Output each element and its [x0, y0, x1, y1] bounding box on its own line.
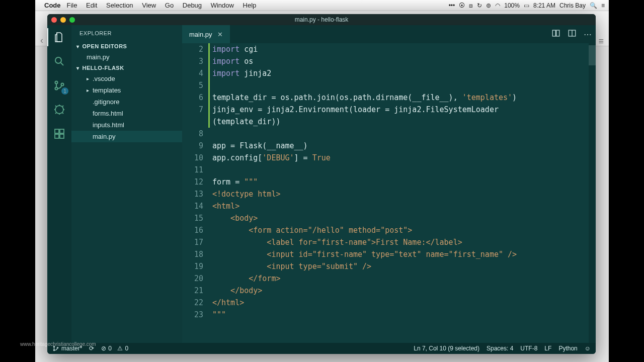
- source-control-icon[interactable]: 1: [52, 78, 66, 93]
- open-editors-header[interactable]: ▾ OPEN EDITORS: [71, 41, 182, 51]
- code-line[interactable]: [212, 79, 589, 92]
- file-item[interactable]: forms.html: [71, 108, 182, 119]
- warning-icon: ⚠: [117, 345, 123, 352]
- cursor-position[interactable]: Ln 7, Col 10 (9 selected): [414, 345, 479, 352]
- feedback-icon[interactable]: ☺: [585, 345, 591, 352]
- folder-item[interactable]: ▸templates: [71, 84, 182, 96]
- folder-header[interactable]: ▾ HELLO-FLASK: [71, 63, 182, 73]
- menubar-app-name[interactable]: Code: [44, 2, 61, 9]
- watermark: www.heritagechristiancollege.com: [20, 341, 96, 347]
- hamburger-icon[interactable]: ≡: [598, 36, 604, 47]
- code-line[interactable]: import os: [212, 55, 589, 67]
- git-change-indicator: [208, 43, 210, 128]
- minimap-thumb[interactable]: [589, 45, 596, 65]
- file-item[interactable]: .gitignore: [71, 96, 182, 108]
- code-content[interactable]: import cgiimport osimport jinja2template…: [208, 43, 589, 343]
- line-number: 23: [182, 309, 203, 321]
- dropbox-icon[interactable]: ⧈: [469, 2, 473, 9]
- file-label: .gitignore: [93, 98, 119, 106]
- svg-point-4: [55, 106, 63, 114]
- explorer-icon[interactable]: [52, 30, 66, 44]
- battery-icon[interactable]: ▭: [524, 2, 529, 9]
- problems[interactable]: ⊘0 ⚠0: [101, 345, 128, 352]
- svg-point-2: [55, 87, 58, 90]
- code-line[interactable]: <html>: [212, 200, 589, 212]
- line-number: 4: [182, 67, 203, 79]
- activity-bar: 1: [47, 25, 71, 343]
- file-tree: ▸.vscode▸templates.gitignoreforms.htmlin…: [71, 73, 182, 142]
- timemachine-icon[interactable]: ↻: [477, 2, 482, 9]
- menu-edit[interactable]: Edit: [86, 2, 97, 9]
- code-line[interactable]: (template_dir)): [212, 116, 589, 128]
- notification-center-icon[interactable]: ≡: [601, 2, 605, 9]
- svg-point-13: [53, 349, 54, 350]
- menu-help[interactable]: Help: [243, 2, 257, 9]
- menu-window[interactable]: Window: [211, 2, 234, 9]
- eol[interactable]: LF: [544, 345, 551, 352]
- airport-icon[interactable]: ⊚: [486, 2, 491, 9]
- code-line[interactable]: form = """: [212, 176, 589, 188]
- folder-item[interactable]: ▸.vscode: [71, 73, 182, 84]
- minimap[interactable]: [589, 43, 596, 343]
- sidebar-title: EXPLORER: [71, 25, 182, 41]
- file-item[interactable]: main.py: [71, 131, 182, 142]
- code-line[interactable]: <body>: [212, 212, 589, 224]
- wifi-icon[interactable]: ◠: [495, 2, 500, 9]
- code-line[interactable]: <form action="/hello" method="post">: [212, 224, 589, 236]
- code-line[interactable]: app.config['DEBUG'] = True: [212, 152, 589, 164]
- code-line[interactable]: <input type="submit" />: [212, 260, 589, 273]
- menu-view[interactable]: View: [142, 2, 156, 9]
- code-line[interactable]: [212, 128, 589, 140]
- editor-area: main.py ✕ ⋯ 2345678910111213141516171819…: [182, 25, 596, 343]
- menubar-extra-icon[interactable]: •••: [449, 2, 455, 9]
- debug-icon[interactable]: [52, 103, 66, 117]
- code-line[interactable]: import jinja2: [212, 67, 589, 79]
- chevron-right-icon: ▸: [87, 76, 93, 81]
- code-line[interactable]: app = Flask(__name__): [212, 140, 589, 152]
- more-actions-icon[interactable]: ⋯: [584, 30, 592, 39]
- indentation[interactable]: Spaces: 4: [487, 345, 513, 352]
- file-label: .vscode: [93, 75, 115, 82]
- chevron-down-icon: ▾: [76, 65, 79, 71]
- code-line[interactable]: <!doctype html>: [212, 188, 589, 200]
- menu-go[interactable]: Go: [165, 2, 174, 9]
- code-line[interactable]: template_dir = os.path.join(os.path.dirn…: [212, 92, 589, 104]
- titlebar[interactable]: main.py - hello-flask: [47, 14, 596, 25]
- code-line[interactable]: [212, 164, 589, 176]
- warning-count: 0: [125, 345, 128, 352]
- extensions-icon[interactable]: [52, 127, 66, 141]
- back-icon[interactable]: ‹: [40, 35, 43, 46]
- close-icon[interactable]: ✕: [217, 31, 223, 38]
- file-item[interactable]: inputs.html: [71, 119, 182, 131]
- encoding[interactable]: UTF-8: [520, 345, 537, 352]
- code-editor[interactable]: 234567891011121314151617181920212223 imp…: [182, 43, 596, 343]
- user-name[interactable]: Chris Bay: [559, 2, 586, 9]
- open-editor-item[interactable]: main.py: [71, 51, 182, 63]
- code-line[interactable]: <label for="first-name">First Name:</lab…: [212, 236, 589, 248]
- code-line[interactable]: </body>: [212, 285, 589, 297]
- mac-menubar: Code File Edit Selection View Go Debug W…: [35, 0, 609, 11]
- error-count: 0: [108, 345, 112, 352]
- line-number: 2: [182, 43, 203, 55]
- line-number-gutter: 234567891011121314151617181920212223: [182, 43, 208, 343]
- scm-badge: 1: [61, 87, 68, 95]
- record-icon[interactable]: ⦿: [459, 2, 465, 9]
- code-line[interactable]: """: [212, 309, 589, 321]
- menu-file[interactable]: File: [67, 2, 77, 9]
- code-line[interactable]: import cgi: [212, 43, 589, 55]
- menu-selection[interactable]: Selection: [106, 2, 133, 9]
- clock[interactable]: 8:21 AM: [533, 2, 555, 9]
- language-mode[interactable]: Python: [558, 345, 577, 352]
- split-editor-icon[interactable]: [568, 29, 577, 40]
- search-icon[interactable]: [52, 54, 66, 68]
- compare-changes-icon[interactable]: [551, 29, 560, 40]
- menu-debug[interactable]: Debug: [183, 2, 202, 9]
- tab-main-py[interactable]: main.py ✕: [182, 25, 230, 43]
- code-line[interactable]: <input id="first-name" type="text" name=…: [212, 248, 589, 260]
- code-line[interactable]: </form>: [212, 273, 589, 285]
- code-line[interactable]: </html>: [212, 297, 589, 309]
- line-number: 18: [182, 248, 203, 260]
- spotlight-icon[interactable]: 🔍: [590, 2, 597, 9]
- code-line[interactable]: jinja_env = jinja2.Environment(loader = …: [212, 104, 589, 116]
- chevron-down-icon: ▾: [76, 44, 79, 49]
